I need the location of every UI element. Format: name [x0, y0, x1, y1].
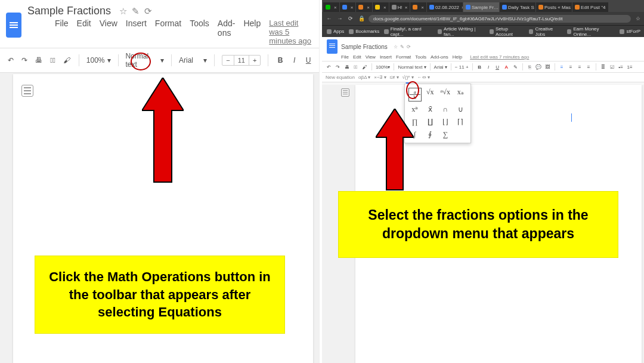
close-icon[interactable]: × [462, 5, 463, 10]
menu-file[interactable]: File [55, 19, 69, 45]
close-icon[interactable]: × [421, 5, 424, 10]
math-option-nth-root[interactable]: ⁿ√x [439, 88, 452, 101]
align-center-icon[interactable]: ≡ [568, 64, 574, 70]
eq-greek[interactable]: αβΔ ▾ [358, 75, 370, 80]
checklist-icon[interactable]: ☑ [609, 64, 615, 70]
browser-tab[interactable]: × [323, 2, 339, 12]
menu-edit[interactable]: Edit [353, 54, 361, 60]
back-icon[interactable]: ← [326, 16, 333, 21]
math-option-overbar[interactable]: x̄ [424, 105, 437, 114]
move-icon[interactable]: ✎ [132, 6, 140, 17]
close-icon[interactable]: × [367, 5, 370, 10]
spellcheck-icon[interactable]: Ａ̲ [352, 64, 359, 70]
math-option-subscript[interactable]: xₐ [454, 88, 467, 101]
zoom-select[interactable]: 100%▾ [376, 64, 390, 70]
align-right-icon[interactable]: ≡ [577, 64, 583, 70]
outline-icon[interactable] [21, 85, 33, 97]
font-select[interactable]: Arial ▾ [434, 64, 447, 70]
star-icon[interactable]: ☆ [394, 44, 398, 50]
highlight-icon[interactable]: ✎ [512, 64, 519, 70]
menu-format[interactable]: Format [396, 54, 411, 60]
print-icon[interactable]: 🖶 [343, 64, 350, 70]
reload-icon[interactable]: ⟳ [347, 16, 354, 21]
redo-icon[interactable]: ↷ [20, 56, 30, 64]
close-icon[interactable]: × [351, 5, 354, 10]
menu-view[interactable]: View [100, 19, 117, 45]
cloud-icon[interactable]: ⟳ [407, 44, 411, 50]
forward-icon[interactable]: → [336, 16, 343, 21]
bold-icon[interactable]: B [275, 56, 285, 64]
menu-file[interactable]: File [341, 54, 349, 60]
bookmark-item[interactable]: Article Writing | fan... [438, 26, 485, 37]
font-size-increase[interactable]: + [249, 56, 260, 65]
paint-format-icon[interactable]: 🖌 [62, 56, 72, 64]
line-spacing-icon[interactable]: ≣ [600, 64, 606, 70]
math-option-intersection[interactable]: ∩ [439, 105, 452, 114]
image-icon[interactable]: 🖼 [544, 64, 551, 70]
bullet-list-icon[interactable]: •≡ [618, 64, 624, 70]
bookmark-item[interactable]: stForP [620, 29, 640, 34]
redo-icon[interactable]: ↷ [335, 64, 341, 70]
url-input[interactable]: docs.google.com/document/d/1rIBW_IF_6gbK… [369, 15, 631, 23]
addr-star-icon[interactable]: ☆ [634, 16, 642, 21]
link-icon[interactable]: ⎘ [527, 64, 533, 70]
browser-tab[interactable]: × [340, 2, 356, 12]
star-icon[interactable]: ☆ [119, 6, 127, 17]
italic-icon[interactable]: I [290, 56, 299, 64]
underline-icon[interactable]: U [494, 64, 501, 70]
math-option-bracket-sup[interactable]: ⌈⌉ [454, 118, 467, 127]
browser-tab[interactable]: 02.08.2022× [427, 2, 463, 12]
underline-icon[interactable]: U [304, 56, 313, 64]
move-icon[interactable]: ✎ [400, 44, 404, 50]
menu-format[interactable]: Format [155, 19, 181, 45]
browser-tab[interactable]: Edit Post "4× [572, 2, 608, 12]
last-edit-note[interactable]: Last edit was 5 minutes ago [269, 19, 313, 45]
menu-addons[interactable]: Add-ons [431, 54, 448, 60]
math-option-fraction[interactable]: ab [408, 88, 422, 101]
align-justify-icon[interactable]: ≡ [586, 64, 592, 70]
outline-icon[interactable] [341, 88, 349, 97]
menu-addons[interactable]: Add-ons [218, 19, 236, 45]
menu-view[interactable]: View [366, 54, 376, 60]
menu-insert[interactable]: Insert [380, 54, 392, 60]
menu-tools[interactable]: Tools [415, 54, 426, 60]
font-size-decrease[interactable]: − [222, 56, 233, 65]
eq-relations[interactable]: ≤≠ ▾ [390, 75, 399, 80]
bookmark-item[interactable]: Apps [327, 29, 344, 34]
browser-tab[interactable]: × [373, 2, 389, 12]
bookmark-item[interactable]: Finally!, a card capt... [384, 26, 432, 37]
math-option-coproduct[interactable]: ∐ [424, 118, 437, 127]
menu-help[interactable]: Help [243, 19, 261, 45]
undo-icon[interactable]: ↶ [6, 56, 16, 64]
bold-icon[interactable]: B [476, 64, 483, 70]
close-icon[interactable]: × [334, 5, 337, 10]
italic-icon[interactable]: I [485, 64, 492, 70]
zoom-select[interactable]: 100% ▾ [86, 56, 111, 64]
doc-title[interactable]: Sample Fractions [27, 5, 111, 17]
cloud-icon[interactable]: ⟳ [144, 6, 152, 17]
browser-tab[interactable]: × [356, 2, 372, 12]
font-size[interactable]: − 11 + [222, 55, 261, 66]
bookmark-item[interactable]: Earn Money Online... [567, 26, 615, 37]
menu-help[interactable]: Help [453, 54, 462, 60]
math-option-sqrt[interactable]: √x [424, 88, 437, 101]
browser-tab[interactable]: H!× [389, 2, 410, 12]
align-left-icon[interactable]: ≡ [559, 64, 565, 70]
last-edit-note[interactable]: Last edit was 7 minutes ago [470, 54, 529, 60]
math-option-contour[interactable]: ∮ [424, 130, 437, 139]
num-list-icon[interactable]: 1≡ [627, 64, 633, 70]
style-select[interactable]: Normal text ▾ [125, 52, 164, 69]
bookmark-item[interactable]: Setup Account [490, 26, 524, 37]
paint-format-icon[interactable]: 🖌 [361, 64, 368, 70]
text-color-icon[interactable]: A [503, 64, 510, 70]
doc-title[interactable]: Sample Fractions [341, 44, 388, 50]
math-option-sum[interactable]: ∑ [439, 130, 452, 139]
menu-tools[interactable]: Tools [190, 19, 209, 45]
eq-misc[interactable]: ×÷∃ ▾ [374, 75, 386, 80]
new-equation-label[interactable]: New equation [326, 75, 355, 80]
bookmark-item[interactable]: Creative Jobs [529, 26, 562, 37]
close-icon[interactable]: × [405, 5, 408, 10]
comment-icon[interactable]: 💬 [535, 64, 542, 70]
close-icon[interactable]: × [383, 5, 386, 10]
font-select[interactable]: Arial ▾ [179, 56, 207, 64]
